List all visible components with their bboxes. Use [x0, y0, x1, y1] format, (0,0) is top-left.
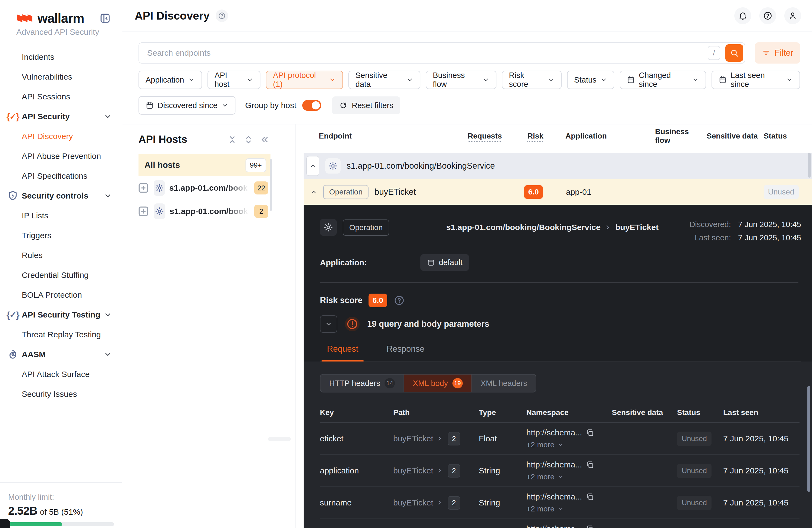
filter-chip-api-protocol-1[interactable]: API protocol (1) [266, 71, 343, 89]
params-scrollbar[interactable] [807, 386, 810, 492]
collapse-panel-icon[interactable] [260, 135, 270, 144]
endpoints-table: EndpointRequestsRiskApplicationBusiness … [296, 124, 812, 528]
param-path[interactable]: buyETicket2 [393, 464, 479, 477]
sidebar-collapse-icon[interactable] [99, 13, 111, 24]
chevron-down-icon [325, 320, 332, 328]
expand-all-icon[interactable] [244, 135, 253, 144]
host-group-row[interactable]: s1.app-01.com/booking/BookingService [304, 153, 812, 179]
collapse-all-icon[interactable] [228, 135, 237, 144]
warning-icon [345, 317, 360, 331]
copy-icon[interactable] [586, 525, 594, 528]
sidebar-item-triggers[interactable]: Triggers [0, 225, 122, 245]
sidebar-item-label: Security controls [22, 191, 88, 200]
risk-help-icon[interactable] [393, 295, 405, 306]
plus-square-icon[interactable] [137, 205, 149, 217]
sidebar-item-incidents[interactable]: Incidents [0, 47, 122, 67]
params-table-header: KeyPathTypeNamespaceSensitive dataStatus… [320, 403, 807, 422]
param-namespace-more[interactable]: +2 more [526, 505, 612, 513]
hosts-scrollbar-horizontal[interactable] [268, 437, 291, 441]
all-hosts-item[interactable]: All hosts 99+ [139, 154, 271, 176]
user-icon [788, 11, 797, 20]
tab-request[interactable]: Request [324, 344, 361, 361]
sidebar-item-api-security[interactable]: {✓}API Security [0, 106, 122, 126]
user-menu-button[interactable] [784, 7, 801, 24]
search-input[interactable] [139, 42, 745, 63]
search-icon [730, 48, 739, 57]
sidebar-item-api-security-testing[interactable]: {✓}API Security Testing [0, 305, 122, 325]
param-row-application[interactable]: applicationbuyETicket2Stringhttp://schem… [320, 455, 799, 487]
host-gear-icon [154, 180, 165, 196]
sidebar-item-aasm[interactable]: AASM [0, 344, 122, 364]
sidebar-item-vulnerabilities[interactable]: Vulnerabilities [0, 67, 122, 87]
filter-chip-application[interactable]: Application [139, 71, 202, 89]
endpoints-scrollbar[interactable] [808, 153, 811, 177]
filter-chip-discovered-since[interactable]: Discovered since [139, 96, 235, 115]
param-namespace-more[interactable]: +2 more [526, 441, 612, 449]
chevron-up-icon [309, 162, 316, 170]
group-collapse-button[interactable] [306, 156, 319, 176]
sidebar-item-threat-replay-testing[interactable]: Threat Replay Testing [0, 325, 122, 344]
chevron-down-icon [221, 102, 228, 109]
sidebar-item-label: Vulnerabilities [22, 72, 72, 82]
sidebar-item-api-attack-surface[interactable]: API Attack Surface [0, 364, 122, 384]
sidebar-item-api-abuse-prevention[interactable]: API Abuse Prevention [0, 146, 122, 166]
discovered-label: Discovered: [690, 220, 731, 229]
params-expand-button[interactable] [320, 315, 337, 333]
filter-chip-sensitive-data[interactable]: Sensitive data [348, 71, 420, 89]
hosts-scrollbar[interactable] [270, 159, 272, 211]
search-button[interactable] [725, 44, 743, 62]
sidebar-item-api-discovery[interactable]: API Discovery [0, 126, 122, 146]
param-path[interactable]: buyETicket2 [393, 432, 479, 445]
filter-chip-business-flow[interactable]: Business flow [426, 71, 496, 89]
param-more-label: +2 more [526, 473, 554, 481]
subtab-xml-headers[interactable]: XML headers [472, 374, 536, 392]
risk-score-label: Risk score [320, 296, 363, 305]
param-row-acode[interactable]: aCodebuyETicket2Decimalhttp://schema...+… [320, 519, 799, 528]
tab-response[interactable]: Response [384, 344, 427, 361]
sidebar-item-rules[interactable]: Rules [0, 245, 122, 265]
sidebar-item-credential-stuffing[interactable]: Credential Stuffing [0, 265, 122, 285]
operation-row[interactable]: Operation buyETicket 6.0 app-01 Unused [304, 179, 812, 205]
param-path[interactable]: buyETicket2 [393, 496, 479, 510]
sidebar-item-label: Security Issues [22, 389, 77, 399]
chevron-down-icon [246, 76, 253, 83]
filter-chip-risk-score[interactable]: Risk score [502, 71, 562, 89]
shield-bolt-icon [7, 190, 18, 201]
chevron-down-icon [104, 112, 112, 120]
param-last-seen: 7 Jun 2025, 10:45 [723, 434, 799, 443]
param-row-eticket[interactable]: eticketbuyETicket2Floathttp://schema...+… [320, 423, 799, 455]
subtab-label: XML headers [481, 379, 527, 388]
column-header-risk[interactable]: Risk [524, 132, 562, 140]
filter-button[interactable]: Filter [755, 42, 800, 63]
sidebar-item-bola-protection[interactable]: BOLA Protection [0, 285, 122, 305]
filter-chip-api-host[interactable]: API host [207, 71, 260, 89]
filter-chip-changed-since[interactable]: Changed since [620, 71, 706, 89]
sidebar-item-label: API Specifications [22, 171, 87, 181]
filter-chip-status[interactable]: Status [567, 71, 614, 89]
sidebar-item-api-sessions[interactable]: API Sessions [0, 87, 122, 106]
subtab-xml-body[interactable]: XML body19 [404, 374, 472, 392]
copy-icon[interactable] [586, 461, 594, 469]
help-button[interactable] [759, 7, 776, 24]
notifications-button[interactable] [734, 7, 751, 24]
page-title-help-icon[interactable] [216, 10, 228, 22]
sidebar-item-api-specifications[interactable]: API Specifications [0, 166, 122, 186]
copy-icon[interactable] [586, 493, 594, 501]
application-chip[interactable]: default [420, 254, 469, 271]
column-header-endpoint: Endpoint [304, 132, 464, 140]
copy-icon[interactable] [586, 429, 594, 437]
reset-filters-button[interactable]: Reset filters [332, 97, 400, 114]
chevron-down-icon [557, 442, 564, 448]
group-by-host-toggle[interactable] [302, 100, 321, 111]
param-row-surname[interactable]: surnamebuyETicket2Stringhttp://schema...… [320, 487, 799, 519]
plus-square-icon[interactable] [137, 182, 149, 194]
subtab-label: XML body [413, 379, 448, 388]
filter-chip-last-seen-since[interactable]: Last seen since [711, 71, 800, 89]
subtab-http-headers[interactable]: HTTP headers14 [320, 374, 404, 392]
operation-collapse-icon[interactable] [310, 188, 317, 196]
sidebar-item-security-issues[interactable]: Security Issues [0, 384, 122, 404]
sidebar-item-security-controls[interactable]: Security controls [0, 186, 122, 205]
param-namespace-more[interactable]: +2 more [526, 473, 612, 481]
column-header-requests[interactable]: Requests [464, 132, 524, 140]
sidebar-item-ip-lists[interactable]: IP Lists [0, 205, 122, 225]
